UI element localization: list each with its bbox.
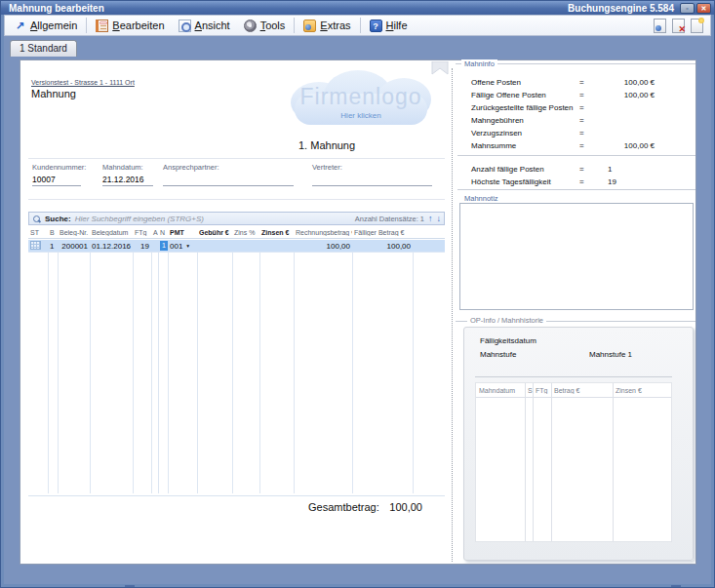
kundennummer-value[interactable]: 10007 [32,175,81,184]
mahnstufe-label: Mahnstufe [480,350,516,359]
search-bar[interactable]: Suche: Hier Suchbegriff eingeben (STRG+S… [28,212,445,225]
dropdown-arrow-icon: ▼ [185,243,190,249]
delete-document-icon[interactable]: ✕ [672,19,685,33]
cell-ftg: 19 [133,242,151,251]
restore-button[interactable]: ▫ [680,3,695,14]
col-pmt[interactable]: PMT [168,229,197,236]
mahninfo-row: Verzugszinsen = [471,127,655,139]
gear-icon [244,20,257,32]
mahndatum-value[interactable]: 21.12.2016 [102,175,153,184]
mahndatum-label: Mahndatum: [102,163,153,172]
cell-faelliger-betrag: 100,00 [352,242,413,251]
field-mahndatum: Mahndatum: 21.12.2016 [102,163,153,186]
table-header: ST B Beleg-Nr. Belegdatum FTg A N PMT Ge… [28,226,445,239]
mahninfo-separator [457,155,695,156]
window-grip [671,585,681,587]
navigate-down-icon[interactable]: ↓ [437,215,442,223]
table-body-grid[interactable] [28,253,445,493]
due-date-label: Fälligkeitsdatum [480,336,536,345]
mahnnotiz-title: Mahnnotiz [461,194,501,203]
info-document-icon[interactable] [654,19,666,33]
vertreter-label: Vertreter: [312,163,432,172]
hist-col-betrag[interactable]: Betrag € [551,387,613,394]
col-ftg[interactable]: FTg [133,229,151,236]
company-logo-placeholder[interactable]: Firmenlogo Hier klicken [287,68,435,129]
divider [28,199,445,200]
mahninfo-title: Mahninfo [461,59,497,68]
notebook-icon [96,20,108,32]
col-a[interactable]: A [151,229,158,236]
col-zinsen[interactable]: Zinsen € [259,229,294,236]
col-n[interactable]: N [158,229,168,236]
titlebar: Mahnung bearbeiten Buchungsengine 5.584 … [1,1,714,15]
table-row[interactable]: 1 200001 01.12.2016 19 1 001 ▼ 100,00 10… [28,240,445,253]
menu-hilfe[interactable]: ? Hilfe [363,17,415,34]
row-grid-icon[interactable] [30,241,41,250]
reminder-heading: 1. Mahnung [298,139,355,151]
col-belegdatum[interactable]: Belegdatum [90,229,133,236]
search-icon [32,215,41,223]
vertreter-value[interactable] [312,175,432,184]
divider [28,158,445,159]
cell-b: 1 [48,242,58,251]
menu-allgemein[interactable]: ↗ Allgemein [7,17,84,34]
mahninfo-row: Mahnsumme = 100,00 € [471,139,655,152]
address-link[interactable]: Versionstest - Strasse 1 - 1111 Ort [31,79,135,86]
mahnnotiz-box [459,203,694,310]
col-b[interactable]: B [48,229,58,236]
mahninfo-row: Fällige Offene Posten = 100,00 € [471,89,655,101]
col-gebuehr[interactable]: Gebühr € [197,229,232,236]
arrow-up-right-icon: ↗ [14,20,26,32]
menu-ansicht[interactable]: Ansicht [172,17,237,34]
hist-col-ftg[interactable]: FTg [533,387,551,394]
window-title: Mahnung bearbeiten [9,3,568,14]
opinfo-title: OP-Info / Mahnhistorie [467,316,546,325]
col-faelliger-betrag[interactable]: Fälliger Betrag € [352,229,413,236]
menu-tools[interactable]: Tools [237,17,293,34]
hist-col-zinsen[interactable]: Zinsen € [613,387,671,394]
close-button[interactable]: ✕ [696,3,711,14]
vertical-separator [452,68,453,562]
hist-col-mahndatum[interactable]: Mahndatum [476,387,525,394]
app-window: Mahnung bearbeiten Buchungsengine 5.584 … [0,0,715,588]
total-value: 100,00 [354,501,422,513]
field-ansprechpartner: Ansprechpartner: [163,163,294,186]
col-zins-prozent[interactable]: Zins % [232,229,259,236]
main-panel: Versionstest - Strasse 1 - 1111 Ort Mahn… [20,59,696,565]
pmt-value: 001 [170,242,182,251]
history-header: Mahndatum S FTg Betrag € Zinsen € [476,383,671,398]
new-note-icon[interactable] [691,19,703,33]
mahninfo-stat-row: Anzahl fällige Posten = 1 [471,163,655,176]
opinfo-panel: Fälligkeitsdatum Mahnstufe Mahnstufe 1 M… [463,327,694,561]
hist-col-s[interactable]: S [525,387,533,394]
menubar: ↗ Allgemein Bearbeiten Ansicht Tools Ext… [4,15,711,36]
cell-n-badge[interactable]: 1 [160,241,168,251]
tab-standard[interactable]: 1 Standard [10,40,77,57]
extras-box-icon [303,20,316,32]
record-count-label: Anzahl Datensätze: 1 [355,215,424,223]
menu-bearbeiten-label: Bearbeiten [112,20,164,31]
mahnnotiz-textarea[interactable] [460,204,693,309]
cell-rechnungsbetrag: 100,00 [294,242,352,251]
search-input[interactable]: Hier Suchbegriff eingeben (STRG+S) [75,215,204,223]
help-icon: ? [370,20,382,32]
mahnstufe-value: Mahnstufe 1 [589,350,632,359]
navigate-up-icon[interactable]: ↑ [428,215,433,223]
menu-separator [360,18,361,33]
menu-extras[interactable]: Extras [297,17,357,34]
tabstrip: 1 Standard [4,36,711,57]
menu-bearbeiten[interactable]: Bearbeiten [89,17,171,34]
menu-separator [294,18,295,33]
ansprechpartner-value[interactable] [163,175,294,184]
mahninfo-stat-row: Höchste Tagesfälligkeit = 19 [471,176,655,188]
col-st[interactable]: ST [28,229,48,236]
col-rechnungsbetrag[interactable]: Rechnungsbetrag € [294,229,352,236]
pmt-dropdown[interactable]: 001 ▼ [168,242,197,251]
cell-beleg-nr: 200001 [58,242,90,251]
field-vertreter: Vertreter: [312,163,432,186]
search-label: Suche: [45,215,71,223]
kundennummer-label: Kundennummer: [32,163,81,172]
col-beleg-nr[interactable]: Beleg-Nr. [58,229,90,236]
logo-click-hint[interactable]: Hier klicken [287,111,435,120]
cell-belegdatum: 01.12.2016 [90,242,133,251]
